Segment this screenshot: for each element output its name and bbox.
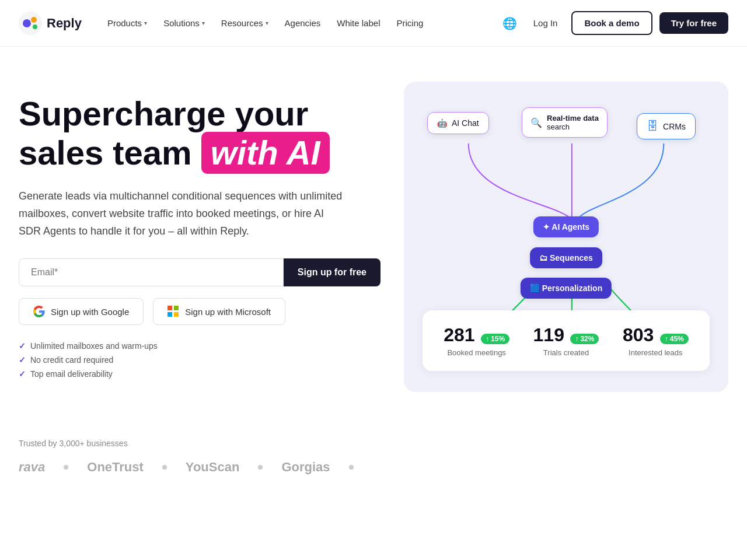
hero-left: Supercharge your sales team with AI Gene… [19, 95, 381, 379]
google-icon [33, 306, 45, 317]
separator-dot [349, 465, 354, 470]
separator-dot [162, 465, 167, 470]
trusted-logos: rava OneTrust YouScan Gorgias [19, 460, 728, 475]
trusted-section: Trusted by 3,000+ businesses rava OneTru… [0, 415, 747, 487]
trusted-logo-youscan: YouScan [186, 460, 240, 475]
trust-list: ✓ Unlimited mailboxes and warm-ups ✓ No … [19, 341, 381, 379]
svg-point-3 [33, 24, 37, 29]
trust-item-1: ✓ Unlimited mailboxes and warm-ups [19, 341, 381, 351]
email-input[interactable] [19, 258, 284, 286]
separator-dot [258, 465, 263, 470]
chevron-down-icon: ▾ [144, 20, 147, 26]
stat-trials-created: 119 ↑32% Trials created [533, 324, 599, 357]
svg-point-2 [31, 17, 37, 23]
globe-icon[interactable]: 🌐 [500, 14, 519, 33]
nav-item-resources[interactable]: Resources ▾ [214, 13, 275, 33]
nav-right: 🌐 Log In Book a demo Try for free [500, 11, 728, 35]
signup-free-button[interactable]: Sign up for free [284, 258, 381, 286]
navbar: Reply Products ▾ Solutions ▾ Resources ▾… [0, 0, 747, 47]
stat-badge-leads: ↑45% [660, 334, 689, 344]
stat-badge-booked: ↑15% [481, 334, 509, 344]
login-button[interactable]: Log In [526, 13, 565, 33]
hero-highlight: with AI [201, 132, 330, 174]
hero-diagram: 🤖 AI Chat 🔍 Real-time data search 🗄 CRMs [404, 82, 728, 392]
hero-description: Generate leads via multichannel conditio… [19, 188, 345, 240]
hero-section: Supercharge your sales team with AI Gene… [0, 47, 747, 415]
check-icon: ✓ [19, 369, 26, 379]
search-icon: 🔍 [530, 117, 542, 128]
hero-form: Sign up for free [19, 258, 381, 286]
nav-item-products[interactable]: Products ▾ [100, 13, 154, 33]
nav-links: Products ▾ Solutions ▾ Resources ▾ Agenc… [100, 13, 500, 33]
book-demo-button[interactable]: Book a demo [571, 11, 652, 35]
separator-dot [64, 465, 68, 470]
microsoft-signup-button[interactable]: Sign up with Microsoft [153, 298, 285, 325]
stat-booked-meetings: 281 ↑15% Booked meetings [444, 324, 509, 357]
database-icon: 🗄 [647, 120, 658, 133]
chevron-down-icon: ▾ [266, 20, 268, 26]
trusted-logo-strava: rava [19, 460, 45, 475]
trust-item-2: ✓ No credit card required [19, 355, 381, 365]
diagram-container: 🤖 AI Chat 🔍 Real-time data search 🗄 CRMs [423, 103, 710, 371]
trusted-logo-onetrust: OneTrust [87, 460, 144, 475]
sequences-node: 🗂 Sequences [530, 247, 602, 268]
nav-item-agencies[interactable]: Agencies [278, 13, 328, 33]
trusted-logo-gorgias: Gorgias [281, 460, 330, 475]
google-signup-button[interactable]: Sign up with Google [19, 298, 144, 325]
ai-chat-icon: 🤖 [437, 118, 447, 128]
try-free-button[interactable]: Try for free [659, 12, 728, 34]
ai-chat-node: 🤖 AI Chat [427, 112, 489, 134]
ai-agents-node: ✦ AI Agents [533, 216, 599, 237]
social-buttons: Sign up with Google Sign up with Microso… [19, 298, 381, 325]
stat-interested-leads: 803 ↑45% Interested leads [623, 324, 689, 357]
check-icon: ✓ [19, 341, 26, 351]
crms-node: 🗄 CRMs [637, 113, 696, 139]
nav-item-solutions[interactable]: Solutions ▾ [156, 13, 212, 33]
realtime-node: 🔍 Real-time data search [522, 107, 608, 138]
nav-logo[interactable]: Reply [19, 12, 82, 35]
stats-row: 281 ↑15% Booked meetings 119 ↑32% Tri [423, 310, 710, 371]
personalization-node: 🟦 Personalization [521, 278, 612, 299]
svg-point-1 [23, 19, 31, 27]
stat-badge-trials: ↑32% [570, 334, 599, 344]
microsoft-icon [167, 306, 179, 317]
chevron-down-icon: ▾ [202, 20, 205, 26]
trusted-label: Trusted by 3,000+ businesses [19, 439, 728, 448]
nav-item-whitelabel[interactable]: White label [330, 13, 387, 33]
check-icon: ✓ [19, 355, 26, 365]
hero-title: Supercharge your sales team with AI [19, 95, 381, 174]
nav-item-pricing[interactable]: Pricing [389, 13, 430, 33]
nav-logo-text: Reply [47, 16, 82, 31]
trust-item-3: ✓ Top email deliverability [19, 369, 381, 379]
